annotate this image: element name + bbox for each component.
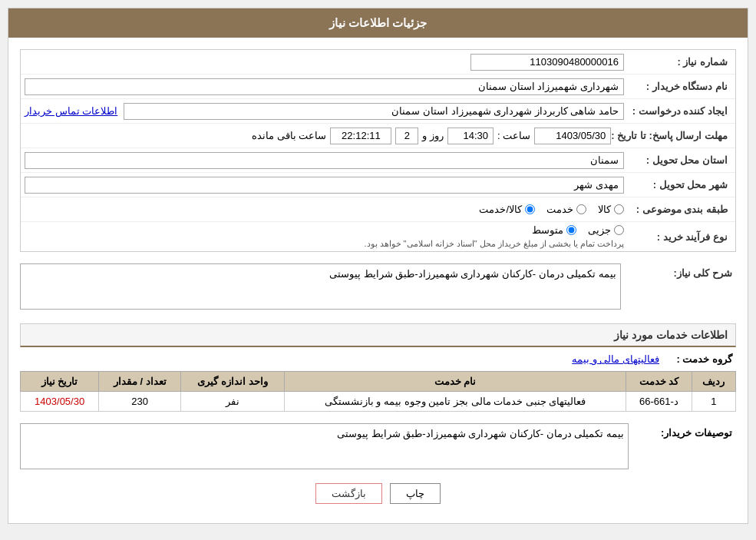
radio-kalakhedmat-input[interactable] (525, 204, 535, 214)
deadline-days-label: روز و (422, 130, 444, 141)
deadline-time: 14:30 (447, 128, 494, 144)
radio-kala-input[interactable] (614, 204, 624, 214)
radio-jozi-input[interactable] (614, 225, 624, 235)
buyer-desc-value (20, 423, 629, 469)
deadline-date: 1403/05/30 (534, 128, 611, 144)
province-label: استان محل تحویل : (624, 154, 731, 166)
cell-kod: د-661-66 (626, 392, 692, 412)
cell-qty: 230 (99, 392, 181, 412)
radio-kalakhedmat[interactable]: کالا/خدمت (479, 204, 535, 215)
namdastgah-label: نام دستگاه خریدار : (624, 81, 731, 92)
services-table: ردیف کد خدمت نام خدمت واحد اندازه گیری ت… (20, 371, 736, 412)
city-value: مهدی شهر (25, 177, 624, 194)
province-value: سمنان (25, 152, 624, 169)
col-radif: ردیف (692, 372, 735, 392)
deadline-label: مهلت ارسال پاسخ: تا تاریخ : (611, 130, 731, 141)
purchase-desc: پرداخت تمام یا بخشی از مبلغ خریداز محل "… (364, 239, 624, 249)
page-title: جزئیات اطلاعات نیاز (8, 8, 748, 38)
services-title: اطلاعات خدمات مورد نیاز (20, 323, 736, 347)
group-value[interactable]: فعالیتهای مالی و بیمه (572, 353, 659, 365)
buyer-desc-label: توصیفات خریدار: (629, 423, 736, 439)
deadline-remaining-time: 22:12:11 (330, 128, 391, 144)
cell-radif: 1 (692, 392, 735, 412)
radio-motavasset-input[interactable] (566, 225, 576, 235)
radio-jozi-label: جزیی (588, 224, 611, 236)
creator-label: ایجاد کننده درخواست : (624, 105, 731, 117)
table-row: 1 د-661-66 فعالیتهای جنبی خدمات مالی بجز… (21, 392, 736, 412)
purchase-type-label: نوع فرآیند خرید : (624, 231, 731, 243)
city-label: شهر محل تحویل : (624, 179, 731, 190)
col-unit: واحد اندازه گیری (181, 372, 285, 392)
col-kod: کد خدمت (626, 372, 692, 392)
radio-motavasset[interactable]: متوسط (532, 224, 576, 236)
cell-date: 1403/05/30 (21, 392, 99, 412)
radio-kalakhedmat-label: کالا/خدمت (479, 204, 522, 215)
sharh-value (20, 263, 621, 310)
deadline-time-label: ساعت : (497, 130, 530, 141)
contact-link[interactable]: اطلاعات تماس خریدار (25, 105, 117, 117)
sharh-label: شرح کلی نیاز: (629, 263, 736, 279)
radio-motavasset-label: متوسط (532, 224, 563, 236)
radio-khedmat-label: خدمت (546, 204, 573, 215)
radio-khedmat-input[interactable] (576, 204, 586, 214)
radio-kala-label: کالا (598, 204, 611, 215)
col-qty: تعداد / مقدار (99, 372, 181, 392)
category-label: طبقه بندی موضوعی : (624, 204, 731, 215)
back-button[interactable]: بازگشت (315, 483, 382, 504)
cell-name: فعالیتهای جنبی خدمات مالی بجز تامین وجوه… (284, 392, 626, 412)
namdastgah-value: شهرداری شهمیرزاد استان سمنان (25, 78, 624, 95)
creator-value: حامد شاهی کاربرداز شهرداری شهمیرزاد استا… (124, 103, 624, 120)
col-date: تاریخ نیاز (21, 372, 99, 392)
col-name: نام خدمت (284, 372, 626, 392)
deadline-remaining-label: ساعت باقی مانده (252, 130, 326, 141)
cell-unit: نفر (181, 392, 285, 412)
radio-jozi[interactable]: جزیی (588, 224, 624, 236)
radio-kala[interactable]: کالا (598, 204, 624, 215)
shomare-niaz-value: 1103090480000016 (470, 54, 624, 71)
print-button[interactable]: چاپ (390, 483, 441, 504)
radio-khedmat[interactable]: خدمت (546, 204, 586, 215)
group-label: گروه خدمت : (659, 353, 736, 365)
deadline-days: 2 (395, 128, 418, 144)
shomare-niaz-label: شماره نیاز : (624, 56, 731, 68)
